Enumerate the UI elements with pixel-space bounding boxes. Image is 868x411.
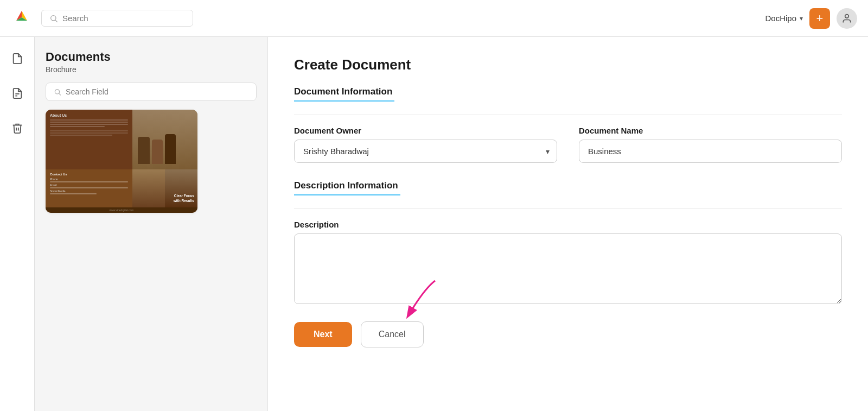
template-search-input[interactable]	[66, 87, 248, 96]
template-search[interactable]	[46, 83, 257, 101]
divider1	[294, 115, 842, 115]
svg-line-2	[55, 20, 58, 22]
user-avatar[interactable]	[837, 8, 857, 29]
document-owner-select-wrapper[interactable]: Srishty Bharadwaj ▾	[294, 140, 557, 163]
add-button[interactable]: +	[809, 8, 830, 29]
right-content: Create Document Document Information Doc…	[268, 37, 868, 411]
form-title: Create Document	[294, 56, 842, 73]
document-owner-select[interactable]: Srishty Bharadwaj	[294, 140, 557, 163]
section1-heading: Document Information	[294, 86, 394, 102]
form-row-1: Document Owner Srishty Bharadwaj ▾ Docum…	[294, 126, 842, 163]
logo[interactable]	[11, 7, 41, 30]
sidebar-icons	[0, 37, 35, 411]
sidebar-item-documents[interactable]	[7, 48, 28, 69]
brand-menu[interactable]: DocHipo ▾	[765, 14, 803, 23]
left-panel: Documents Brochure About Us	[35, 37, 268, 411]
panel-title: Documents	[46, 50, 257, 64]
next-button[interactable]: Next	[294, 322, 352, 347]
chevron-down-icon: ▾	[800, 15, 803, 22]
svg-point-1	[51, 15, 56, 20]
document-owner-group: Document Owner Srishty Bharadwaj ▾	[294, 126, 557, 163]
top-navigation: DocHipo ▾ +	[0, 0, 868, 37]
section-description-info: Description Information Description	[294, 180, 842, 304]
search-icon	[49, 14, 58, 23]
description-textarea[interactable]	[294, 233, 842, 304]
button-row: Next Cancel	[294, 321, 842, 347]
user-icon	[841, 13, 852, 24]
document-text-icon	[11, 87, 23, 99]
search-input[interactable]	[62, 14, 185, 23]
document-name-input[interactable]	[579, 140, 842, 163]
search-bar[interactable]	[41, 10, 193, 27]
trash-icon	[11, 122, 23, 134]
template-thumbnail: About Us	[46, 110, 197, 213]
document-name-label: Document Name	[579, 126, 842, 135]
section-document-info: Document Information Document Owner Sris…	[294, 86, 842, 163]
divider2	[294, 208, 842, 209]
topnav-right: DocHipo ▾ +	[765, 8, 857, 29]
panel-subtitle: Brochure	[46, 65, 257, 74]
search-field-icon	[54, 88, 61, 96]
svg-point-6	[55, 89, 59, 93]
svg-point-3	[845, 14, 849, 18]
template-card[interactable]: About Us	[46, 110, 197, 213]
brand-name: DocHipo	[765, 14, 796, 23]
section2-heading: Description Information	[294, 180, 400, 195]
description-group: Description	[294, 220, 842, 304]
svg-line-7	[59, 93, 61, 95]
description-label: Description	[294, 220, 842, 229]
document-owner-label: Document Owner	[294, 126, 557, 135]
document-icon	[11, 53, 23, 65]
main-layout: Documents Brochure About Us	[0, 37, 868, 411]
cancel-button[interactable]: Cancel	[361, 321, 424, 347]
sidebar-item-document-text[interactable]	[7, 83, 28, 104]
document-name-group: Document Name	[579, 126, 842, 163]
sidebar-item-trash[interactable]	[7, 117, 28, 139]
